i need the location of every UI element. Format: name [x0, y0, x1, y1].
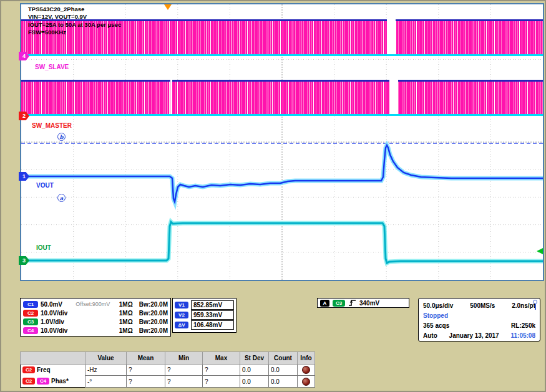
trigger-source-badge[interactable]: C3 — [333, 300, 345, 307]
cursor-values-panel: V1 852.85mV V2 959.33mV ΔV 106.48mV — [172, 298, 236, 333]
channel-scale: 10.0V/div — [41, 310, 73, 317]
vout-trace-halo — [21, 145, 543, 202]
dv-value: 106.48mV — [191, 320, 234, 330]
stat-info[interactable] — [298, 364, 315, 376]
channel-impedance: 1MΩ — [119, 327, 137, 334]
v1-value: 852.85mV — [191, 300, 234, 310]
stats-row-label: C2 Freq — [21, 364, 85, 376]
label-sw-master: SW_MASTER — [32, 122, 72, 129]
stat-max: ? — [203, 364, 240, 376]
channel-offset: Offset:900mV — [76, 301, 116, 307]
label-iout: IOUT — [36, 244, 51, 251]
stat-count: 0.0 — [269, 364, 298, 376]
stats-header-mean: Mean — [127, 352, 165, 365]
channel-3-badge[interactable]: C3 — [23, 318, 38, 325]
channel-2-readout[interactable]: C2 10.0V/div 1MΩ Bw:20.0M — [23, 308, 168, 317]
cursor-v2-row: V2 959.33mV — [175, 310, 234, 320]
channel-4-badge[interactable]: C4 — [23, 327, 38, 334]
rising-edge-slope-icon — [348, 299, 356, 307]
stat-info[interactable] — [298, 376, 315, 388]
stat-max: ? — [203, 376, 240, 388]
stats-header-count: Count — [269, 352, 298, 365]
channel-impedance: 1MΩ — [119, 318, 137, 325]
stat-stdev: 0.0 — [240, 376, 269, 388]
acquisitions-count: 365 acqs — [423, 322, 449, 329]
cursor-marker-a[interactable]: a — [57, 194, 66, 202]
channel-bandwidth: Bw:20.0M — [139, 327, 168, 334]
stats-header-stdev: St Dev — [240, 352, 269, 365]
cursor-dv-row: ΔV 106.48mV — [175, 320, 234, 330]
trigger-level-value: 340mV — [359, 300, 379, 307]
stats-row-freq: C2 Freq -Hz ? ? ? 0.0 0.0 — [21, 364, 315, 376]
cursor-v1-row: V1 852.85mV — [175, 300, 234, 310]
stat-value: -° — [85, 376, 127, 388]
v1-badge: V1 — [175, 302, 188, 308]
stat-stdev: 0.0 — [240, 364, 269, 376]
measurement-name: Phas* — [51, 378, 69, 385]
record-length: RL:250k — [511, 322, 535, 329]
time-text: 11:05:08 — [511, 332, 535, 339]
trigger-position-icon[interactable] — [164, 4, 172, 10]
waveform-display: TPS543C20_2Phase VIN=12V, VOUT=0.9V IOUT… — [20, 3, 544, 281]
v2-badge: V2 — [175, 312, 188, 318]
channel-scale: 50.0mV — [41, 301, 73, 308]
channel-impedance: 1MΩ — [119, 301, 137, 308]
trigger-mode: Auto — [423, 332, 437, 339]
trigger-level-arrow-icon[interactable] — [537, 248, 543, 254]
cursor-marker-b[interactable]: b — [57, 133, 66, 141]
stat-min: ? — [165, 364, 203, 376]
stats-header-max: Max — [203, 352, 240, 365]
stats-row-phase: C2 C4 Phas* -° ? ? ? 0.0 0.0 — [21, 376, 315, 388]
channel-impedance: 1MΩ — [119, 310, 137, 317]
dv-badge: ΔV — [175, 322, 188, 328]
vout-trace — [21, 145, 543, 202]
channel-scale: 10.0V/div — [41, 327, 73, 334]
info-icon[interactable] — [302, 378, 310, 386]
measurement-stats-table: Value Mean Min Max St Dev Count Info C2 … — [20, 351, 315, 388]
stats-header-info: Info — [298, 352, 315, 365]
annotation-line: VIN=12V, VOUT=0.9V — [28, 13, 121, 21]
stat-value: -Hz — [85, 364, 127, 376]
measurement-name: Freq — [37, 366, 51, 373]
trigger-readout-panel[interactable]: A C3 340mV — [317, 298, 409, 308]
stats-header-blank — [21, 352, 85, 365]
sample-rate-value: 500MS/s — [470, 302, 495, 309]
oscilloscope-screen: TPS543C20_2Phase VIN=12V, VOUT=0.9V IOUT… — [0, 0, 546, 392]
stat-mean: ? — [127, 376, 165, 388]
stats-header-min: Min — [165, 352, 203, 365]
source-badge-c2: C2 — [22, 366, 35, 373]
channel-scale: 1.0V/div — [41, 318, 73, 325]
graticule-area: TPS543C20_2Phase VIN=12V, VOUT=0.9V IOUT… — [21, 4, 543, 280]
resolution-value: 2.0ns/pt — [512, 302, 535, 309]
info-icon[interactable] — [302, 366, 310, 374]
channel-1-readout[interactable]: C1 50.0mV Offset:900mV 1MΩ Bw:20.0M — [23, 300, 168, 308]
annotation-block: TPS543C20_2Phase VIN=12V, VOUT=0.9V IOUT… — [28, 6, 121, 36]
v2-value: 959.33mV — [191, 310, 234, 320]
annotation-line: TPS543C20_2Phase — [28, 6, 121, 13]
acquisition-status-panel: 50.0μs/div 500MS/s 2.0ns/pt Stopped 365 … — [418, 298, 540, 342]
date-text: January 13, 2017 — [449, 332, 499, 339]
trace-layer — [21, 4, 543, 280]
source-badge-c2: C2 — [22, 378, 35, 385]
channel-bandwidth: Bw:20.0M — [139, 310, 168, 317]
cursor-pencil-icon[interactable] — [533, 300, 538, 311]
channel-settings-panel: C1 50.0mV Offset:900mV 1MΩ Bw:20.0M C2 1… — [20, 298, 171, 337]
stats-header-value: Value — [85, 352, 127, 365]
source-badge-c4: C4 — [37, 378, 49, 385]
channel-bandwidth: Bw:20.0M — [139, 301, 168, 308]
stat-mean: ? — [127, 364, 165, 376]
label-vout: VOUT — [36, 182, 54, 189]
acquisition-status: Stopped — [423, 312, 448, 319]
acq-count-row: 365 acqs RL:250k — [423, 320, 535, 330]
stat-min: ? — [165, 376, 203, 388]
stats-header-row: Value Mean Min Max St Dev Count Info — [21, 352, 315, 365]
annotation-line: IOUT=25A to 50A at 30A per μsec — [28, 21, 121, 29]
label-sw-slave: SW_SLAVE — [35, 64, 69, 70]
trigger-system-badge[interactable]: A — [320, 300, 329, 307]
channel-3-readout[interactable]: C3 1.0V/div 1MΩ Bw:20.0M — [23, 317, 168, 326]
acq-state-row: Stopped — [423, 310, 535, 320]
channel-2-badge[interactable]: C2 — [23, 310, 38, 317]
channel-1-badge[interactable]: C1 — [23, 301, 38, 308]
stat-count: 0.0 — [269, 376, 298, 388]
channel-4-readout[interactable]: C4 10.0V/div 1MΩ Bw:20.0M — [23, 326, 168, 335]
